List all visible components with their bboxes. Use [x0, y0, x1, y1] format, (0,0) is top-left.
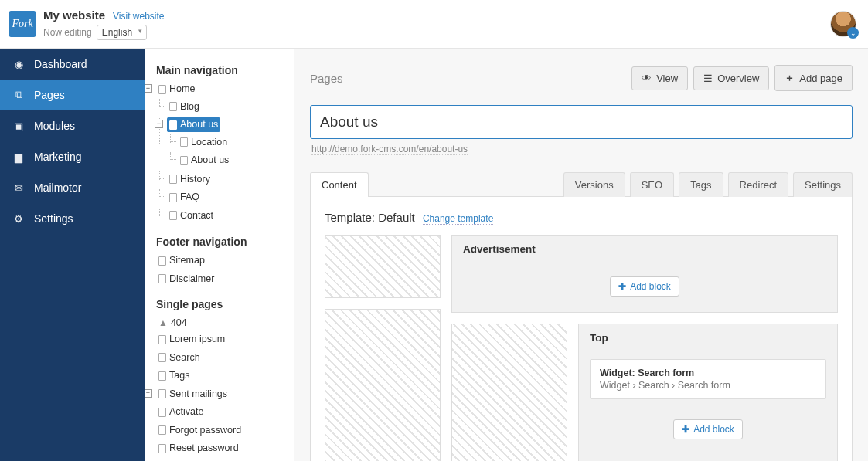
- page-title: Pages: [310, 72, 631, 85]
- tree-node-reset-password[interactable]: Reset password: [156, 441, 241, 456]
- copy-icon: ⧉: [12, 89, 25, 101]
- gauge-icon: ◉: [12, 58, 25, 70]
- page-icon: [158, 425, 166, 435]
- sidebar-item-settings[interactable]: ⚙ Settings: [0, 203, 145, 234]
- tree-heading-main-nav: Main navigation: [156, 64, 289, 76]
- now-editing-label: Now editing: [43, 27, 92, 38]
- tree-node-sitemap[interactable]: Sitemap: [156, 253, 207, 268]
- list-icon: ☰: [703, 73, 713, 84]
- tree-node-history[interactable]: History: [167, 172, 213, 187]
- template-label: Template: Default: [325, 211, 415, 224]
- template-region-placeholder[interactable]: [451, 324, 567, 461]
- tree-node-lorem[interactable]: Lorem ipsum: [156, 332, 227, 347]
- tab-content[interactable]: Content: [310, 172, 369, 197]
- region-top: Top Widget: Search form Widget › Search …: [578, 324, 838, 461]
- tree-node-location[interactable]: Location: [178, 135, 230, 150]
- tree-toggle[interactable]: +: [145, 389, 152, 398]
- region-title: Advertisement: [452, 236, 837, 263]
- tab-settings[interactable]: Settings: [793, 172, 853, 197]
- page-icon: [158, 274, 166, 283]
- tree-node-404[interactable]: ▲404: [156, 316, 189, 330]
- gear-icon: ⚙: [12, 212, 25, 225]
- page-icon: [169, 120, 177, 130]
- tab-seo[interactable]: SEO: [630, 172, 674, 197]
- widget-title: Widget: Search form: [600, 368, 816, 378]
- tree-node-blog[interactable]: Blog: [167, 100, 202, 114]
- tree-node-sent-mailings[interactable]: Sent mailings: [156, 387, 230, 402]
- tree-node-home[interactable]: Home: [156, 82, 197, 97]
- chevron-down-icon: ⌄: [847, 27, 859, 39]
- page-icon: [169, 211, 177, 220]
- page-icon: [158, 444, 166, 453]
- tree-heading-footer-nav: Footer navigation: [156, 236, 289, 248]
- tree-toggle[interactable]: −: [155, 120, 163, 128]
- change-template-link[interactable]: Change template: [423, 213, 493, 225]
- add-block-button[interactable]: ✚Add block: [610, 276, 679, 297]
- sidebar-item-mailmotor[interactable]: ✉ Mailmotor: [0, 172, 145, 203]
- page-icon: [169, 175, 177, 184]
- sidebar-item-pages[interactable]: ⧉ Pages: [0, 80, 145, 110]
- widget-path: Widget › Search › Search form: [600, 380, 816, 391]
- sidebar-item-label: Mailmotor: [34, 181, 81, 194]
- fork-logo: Fork: [9, 11, 36, 37]
- sidebar-item-label: Marketing: [34, 151, 81, 163]
- page-icon: [158, 85, 166, 94]
- page-icon: [158, 353, 166, 362]
- page-icon: [169, 193, 177, 202]
- tree-heading-single-pages: Single pages: [156, 298, 289, 310]
- page-icon: [158, 335, 166, 344]
- region-title: Top: [579, 324, 837, 351]
- warning-icon: ▲: [158, 316, 168, 330]
- tree-node-faq[interactable]: FAQ: [167, 190, 202, 205]
- sidebar-item-label: Pages: [34, 89, 65, 101]
- visit-website-link[interactable]: Visit website: [113, 11, 164, 22]
- template-region-placeholder[interactable]: [325, 235, 441, 298]
- plus-icon: ✚: [618, 281, 626, 292]
- add-page-button[interactable]: ＋Add page: [774, 65, 853, 91]
- tree-node-contact[interactable]: Contact: [167, 208, 216, 223]
- sidebar-item-label: Modules: [34, 120, 75, 132]
- eye-icon: 👁: [642, 73, 652, 84]
- language-select[interactable]: English: [97, 25, 147, 40]
- page-icon: [180, 156, 188, 165]
- page-url[interactable]: http://demo.fork-cms.com/en/about-us: [311, 144, 468, 155]
- tab-tags[interactable]: Tags: [679, 172, 723, 197]
- user-avatar[interactable]: ⌄: [830, 11, 856, 37]
- add-block-button[interactable]: ✚Add block: [673, 419, 743, 439]
- page-icon: [158, 371, 166, 381]
- page-icon: [158, 408, 166, 417]
- tab-versions[interactable]: Versions: [563, 172, 625, 197]
- page-icon: [158, 256, 166, 266]
- tree-toggle[interactable]: −: [145, 84, 152, 93]
- sidebar-item-label: Settings: [34, 212, 73, 225]
- plus-icon: ＋: [785, 71, 795, 85]
- envelope-icon: ✉: [12, 181, 25, 194]
- sidebar-item-modules[interactable]: ▣ Modules: [0, 110, 145, 141]
- cubes-icon: ▣: [12, 120, 25, 132]
- tree-node-search[interactable]: Search: [156, 351, 203, 365]
- plus-icon: ✚: [682, 424, 689, 435]
- tree-node-activate[interactable]: Activate: [156, 405, 206, 419]
- sidebar-item-marketing[interactable]: ▆ Marketing: [0, 141, 145, 172]
- tree-node-disclaimer[interactable]: Disclaimer: [156, 272, 216, 286]
- page-icon: [180, 137, 188, 147]
- sidebar-item-label: Dashboard: [34, 58, 87, 70]
- page-icon: [169, 102, 177, 111]
- site-title: My website: [43, 8, 105, 22]
- widget-card[interactable]: Widget: Search form Widget › Search › Se…: [590, 359, 826, 399]
- tree-node-about-us-child[interactable]: About us: [178, 153, 231, 168]
- overview-button[interactable]: ☰Overview: [693, 66, 769, 90]
- region-advertisement: Advertisement ✚Add block: [451, 235, 838, 313]
- tree-node-forgot-password[interactable]: Forgot password: [156, 423, 243, 438]
- chart-icon: ▆: [12, 151, 25, 163]
- view-button[interactable]: 👁View: [631, 66, 688, 90]
- tree-node-about-us[interactable]: About us: [167, 117, 220, 132]
- tree-node-tags[interactable]: Tags: [156, 368, 192, 383]
- template-region-placeholder[interactable]: [325, 309, 441, 461]
- page-title-input[interactable]: [310, 105, 853, 139]
- sidebar-item-dashboard[interactable]: ◉ Dashboard: [0, 49, 145, 80]
- tab-redirect[interactable]: Redirect: [728, 172, 788, 197]
- page-icon: [158, 389, 166, 398]
